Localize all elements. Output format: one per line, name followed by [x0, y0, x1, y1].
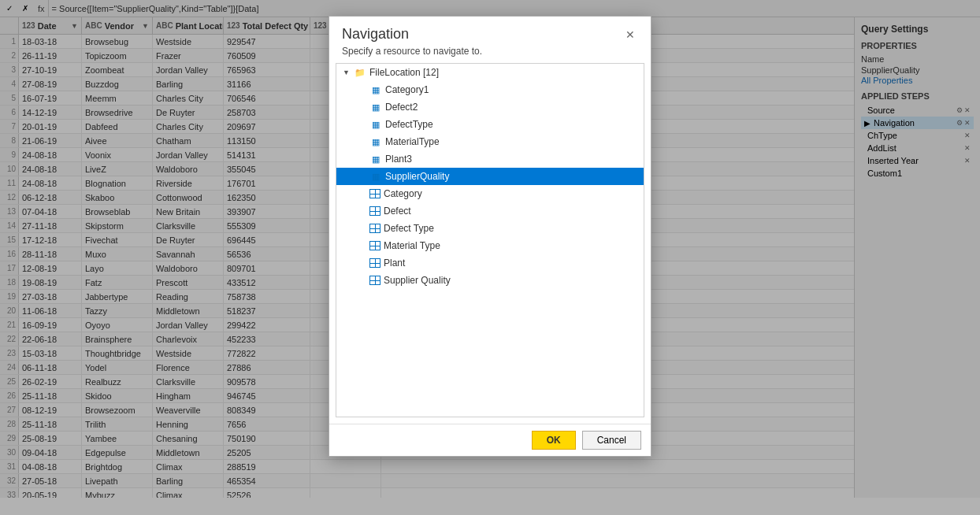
tree-child-item[interactable]: ▦ Plant3	[336, 150, 644, 168]
table-small-icon	[369, 206, 380, 216]
tree-item-label: MaterialType	[385, 136, 440, 147]
tree-item-label: Material Type	[384, 240, 440, 251]
tree-child-item[interactable]: Supplier Quality	[336, 272, 644, 289]
tree-child-item[interactable]: Plant	[336, 254, 644, 272]
tree-child-item[interactable]: Defect	[336, 202, 644, 220]
tree-item-label: Defect Type	[384, 223, 434, 234]
dialog-subtitle: Specify a resource to navigate to.	[329, 46, 651, 63]
tree-item-label: SupplierQuality	[385, 171, 449, 182]
tree-child-item[interactable]: Category	[336, 185, 644, 202]
cancel-button[interactable]: Cancel	[582, 431, 641, 450]
tree-item-label: Plant3	[385, 154, 412, 165]
table-small-icon	[369, 276, 380, 285]
table-icon: ▦	[369, 170, 382, 183]
tree-child-item[interactable]: ▦ MaterialType	[336, 133, 644, 150]
table-small-icon	[369, 224, 380, 233]
tree-item-label: Category	[384, 188, 422, 199]
table-icon: ▦	[369, 153, 382, 165]
dialog-title: Navigation	[342, 26, 409, 43]
tree-item-label: Defect	[384, 206, 411, 217]
navigation-dialog: Navigation ✕ Specify a resource to navig…	[329, 16, 651, 457]
table-icon: ▦	[369, 135, 382, 148]
tree-root-item[interactable]: ▼ 📁 FileLocation [12]	[336, 64, 644, 81]
tree-child-item[interactable]: Material Type	[336, 237, 644, 254]
dialog-footer: OK Cancel	[329, 424, 651, 456]
app-container: ✓ ✗ fx = Source{[Item="SupplierQuality",…	[0, 0, 980, 515]
tree-child-item[interactable]: ▦ DefectType	[336, 116, 644, 133]
tree-child-item[interactable]: ▦ SupplierQuality	[336, 168, 644, 185]
tree-expander: ▼	[343, 69, 354, 76]
tree-root-label: FileLocation [12]	[369, 67, 439, 78]
table-small-icon	[369, 258, 380, 268]
tree-item-label: DefectType	[385, 119, 433, 130]
dialog-tree: ▼ 📁 FileLocation [12] ▦ Category1 ▦ Defe…	[336, 63, 644, 417]
tree-item-label: Supplier Quality	[384, 275, 451, 286]
tree-child-item[interactable]: Defect Type	[336, 220, 644, 237]
table-small-icon	[369, 241, 380, 250]
tree-item-label: Defect2	[385, 102, 418, 113]
tree-child-item[interactable]: ▦ Category1	[336, 81, 644, 98]
tree-child-item[interactable]: ▦ Defect2	[336, 98, 644, 116]
table-small-icon	[369, 189, 380, 198]
tree-item-label: Plant	[384, 258, 405, 269]
modal-overlay: Navigation ✕ Specify a resource to navig…	[0, 0, 980, 515]
table-icon: ▦	[369, 118, 382, 131]
table-icon: ▦	[369, 83, 382, 96]
tree-item-label: Category1	[385, 84, 429, 95]
folder-icon: 📁	[354, 66, 366, 79]
ok-button[interactable]: OK	[532, 431, 576, 450]
dialog-close-button[interactable]: ✕	[622, 27, 638, 43]
dialog-titlebar: Navigation ✕	[329, 17, 651, 46]
table-icon: ▦	[369, 101, 382, 113]
